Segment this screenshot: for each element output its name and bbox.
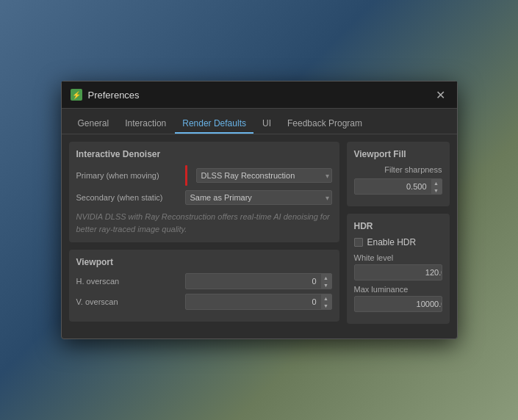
filter-sharpness-value-row: ▲ ▼ — [354, 178, 442, 195]
viewport-fill-section: Viewport Fill Filter sharpness ▲ ▼ — [347, 142, 450, 206]
red-marker — [185, 165, 187, 186]
dialog-title: Preferences — [88, 90, 140, 101]
viewport-title: Viewport — [76, 257, 332, 267]
left-panel: Interactive Denoiser Primary (when movin… — [69, 142, 339, 331]
filter-sharpness-down[interactable]: ▼ — [431, 187, 442, 194]
interactive-denoiser-section: Interactive Denoiser Primary (when movin… — [69, 142, 339, 242]
secondary-denoiser-select[interactable]: Same as Primary DLSS TAA None — [185, 190, 332, 205]
close-button[interactable]: ✕ — [434, 87, 448, 102]
v-overscan-up[interactable]: ▲ — [321, 294, 331, 302]
h-overscan-buttons: ▲ ▼ — [321, 274, 331, 289]
preferences-dialog: ⚡ Preferences ✕ General Interaction Rend… — [61, 81, 458, 339]
white-level-field: White level ▲ ▼ — [354, 253, 442, 280]
secondary-field-row: Secondary (when static) Same as Primary … — [76, 190, 332, 205]
title-bar-left: ⚡ Preferences — [71, 89, 140, 101]
max-luminance-label: Max luminance — [354, 285, 442, 294]
h-overscan-input[interactable] — [186, 275, 321, 288]
h-overscan-label: H. overscan — [76, 277, 179, 286]
enable-hdr-checkbox[interactable] — [354, 238, 363, 247]
primary-denoiser-select[interactable]: DLSS Ray Reconstruction DLSS TAA None — [196, 168, 332, 183]
primary-select-wrapper: DLSS Ray Reconstruction DLSS TAA None ▾ — [196, 168, 332, 183]
enable-hdr-row: Enable HDR — [354, 237, 442, 247]
h-overscan-down[interactable]: ▼ — [321, 281, 331, 289]
tabs-bar: General Interaction Render Defaults UI F… — [62, 109, 457, 134]
secondary-label: Secondary (when static) — [76, 193, 179, 202]
filter-sharpness-up[interactable]: ▲ — [431, 179, 442, 187]
right-panel: Viewport Fill Filter sharpness ▲ ▼ — [347, 142, 450, 331]
v-overscan-input[interactable] — [186, 295, 321, 308]
tab-render-defaults[interactable]: Render Defaults — [175, 115, 253, 134]
max-luminance-spinbox: ▲ ▼ — [354, 296, 442, 312]
v-overscan-spinbox: ▲ ▼ — [185, 294, 332, 310]
denoiser-description: NVIDIA DLSS with Ray Reconstruction offe… — [76, 211, 332, 235]
white-level-label: White level — [354, 253, 442, 262]
title-bar: ⚡ Preferences ✕ — [62, 82, 457, 109]
enable-hdr-label: Enable HDR — [367, 237, 417, 247]
filter-sharpness-spinbox: ▲ ▼ — [354, 178, 442, 195]
v-overscan-label: V. overscan — [76, 297, 179, 306]
interactive-denoiser-title: Interactive Denoiser — [76, 149, 332, 159]
secondary-select-wrapper: Same as Primary DLSS TAA None ▾ — [185, 190, 332, 205]
h-overscan-up[interactable]: ▲ — [321, 274, 331, 281]
viewport-fill-title: Viewport Fill — [354, 149, 442, 159]
filter-sharpness-buttons: ▲ ▼ — [431, 179, 442, 194]
white-level-input[interactable] — [355, 266, 442, 279]
tab-general[interactable]: General — [71, 115, 117, 134]
primary-field-row: Primary (when moving) DLSS Ray Reconstru… — [76, 165, 332, 186]
v-overscan-buttons: ▲ ▼ — [321, 294, 331, 309]
max-luminance-field: Max luminance ▲ ▼ — [354, 285, 442, 312]
h-overscan-spinbox: ▲ ▼ — [185, 273, 332, 289]
tab-ui[interactable]: UI — [255, 115, 278, 134]
filter-sharpness-label: Filter sharpness — [384, 165, 442, 174]
primary-label: Primary (when moving) — [76, 171, 179, 180]
max-luminance-input[interactable] — [355, 297, 442, 311]
hdr-section: HDR Enable HDR White level ▲ ▼ — [347, 214, 450, 324]
white-level-spinbox: ▲ ▼ — [354, 264, 442, 280]
filter-sharpness-row: Filter sharpness — [354, 165, 442, 174]
filter-sharpness-input[interactable] — [355, 180, 431, 193]
hdr-title: HDR — [354, 221, 442, 231]
content-area: Interactive Denoiser Primary (when movin… — [62, 134, 457, 338]
app-icon: ⚡ — [71, 89, 82, 101]
v-overscan-down[interactable]: ▼ — [321, 302, 331, 309]
viewport-section: Viewport H. overscan ▲ ▼ V. overscan — [69, 250, 339, 322]
tab-feedback-program[interactable]: Feedback Program — [280, 115, 370, 134]
v-overscan-row: V. overscan ▲ ▼ — [76, 294, 332, 310]
tab-interaction[interactable]: Interaction — [118, 115, 173, 134]
h-overscan-row: H. overscan ▲ ▼ — [76, 273, 332, 289]
